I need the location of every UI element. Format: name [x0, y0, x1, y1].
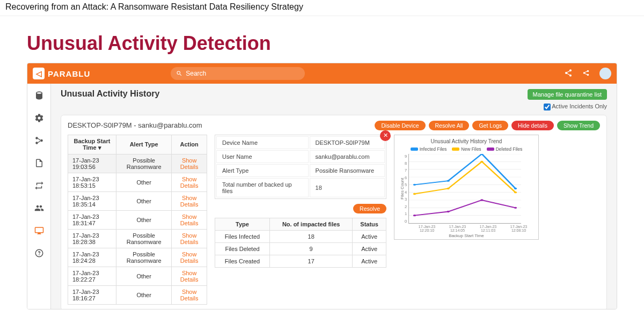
cell-type: Other [116, 267, 172, 285]
chart-plot [408, 154, 521, 224]
kv-key: Total number of backed up files [216, 178, 309, 197]
show-details-link[interactable]: Show Details [180, 195, 199, 208]
svg-point-17 [447, 180, 450, 181]
kv-val: sanku@parablu.com [310, 150, 385, 163]
kv-row: User Namesanku@parablu.com [216, 150, 385, 163]
active-only-toggle[interactable]: Active Incidents Only [544, 103, 607, 109]
gears-icon [34, 113, 44, 123]
cell-impact-type: Files Deleted [215, 242, 270, 255]
cell-time: 17-Jan-23 18:28:38 [68, 229, 116, 248]
close-details-button[interactable]: ✕ [380, 130, 391, 141]
table-row[interactable]: 17-Jan-23 19:03:56Possible RansomwareSho… [68, 154, 207, 173]
chart-yticks: 9876543210 [405, 154, 408, 224]
kv-row: Total number of backed up files18 [216, 178, 385, 197]
disable-device-button[interactable]: Disable Device [375, 121, 425, 130]
share-alt-icon[interactable] [582, 69, 590, 78]
get-logs-button[interactable]: Get Logs [472, 121, 508, 130]
legend-item: New Files [452, 146, 481, 152]
svg-point-21 [447, 187, 450, 189]
cell-impact-count: 17 [270, 255, 353, 267]
col-type[interactable]: Alert Type [116, 135, 172, 154]
resolve-button[interactable]: Resolve [353, 204, 386, 213]
sidebar-item-help[interactable] [32, 247, 47, 260]
cell-impact-type: Files Infected [215, 230, 270, 242]
cell-impact-count: 9 [270, 242, 353, 255]
col-impact-count: No. of impacted files [270, 218, 353, 230]
col-action: Action [172, 135, 207, 154]
svg-point-5 [40, 139, 43, 142]
manage-quarantine-button[interactable]: Manage file quarantine list [528, 89, 607, 100]
details-panel: ✕ Device NameDESKTOP-S0IP79MUser Namesan… [215, 135, 386, 268]
sidebar-item-transfer[interactable] [32, 179, 47, 192]
table-row[interactable]: 17-Jan-23 18:22:27OtherShow Details [68, 267, 207, 285]
search-input[interactable] [186, 70, 299, 77]
svg-point-16 [413, 183, 416, 185]
svg-point-25 [447, 210, 450, 212]
table-row[interactable]: 17-Jan-23 18:35:14OtherShow Details [68, 191, 207, 210]
device-label: DESKTOP-S0IP79M - sanku@parablu.com [68, 121, 202, 129]
show-trend-button[interactable]: Show Trend [557, 121, 600, 130]
cell-time: 17-Jan-23 18:24:28 [68, 248, 116, 267]
chart-title: Unusual Activity History Trend [399, 138, 534, 144]
support-icon [34, 248, 44, 258]
app-body: Unusual Activity History Manage file qua… [27, 84, 617, 309]
trend-chart: Unusual Activity History Trend Infected … [394, 135, 539, 240]
svg-point-27 [514, 207, 517, 208]
main: Unusual Activity History Manage file qua… [51, 84, 617, 309]
sidebar [27, 84, 51, 309]
share-icon[interactable] [564, 69, 573, 79]
svg-point-2 [587, 73, 589, 76]
sidebar-item-settings[interactable] [32, 112, 47, 124]
svg-point-26 [480, 199, 483, 201]
table-row: Files Created17Active [215, 255, 386, 267]
database-icon [34, 91, 44, 100]
table-row[interactable]: 17-Jan-23 18:24:28Possible RansomwareSho… [68, 248, 207, 267]
table-row[interactable]: 17-Jan-23 18:28:38Possible RansomwareSho… [68, 229, 207, 248]
svg-point-20 [413, 193, 416, 194]
table-row: Files Deleted9Active [215, 242, 386, 255]
device-card: DESKTOP-S0IP79M - sanku@parablu.com Disa… [61, 115, 607, 309]
cell-impact-status: Active [353, 255, 386, 267]
show-details-link[interactable]: Show Details [180, 232, 199, 245]
show-details-link[interactable]: Show Details [180, 157, 199, 170]
col-time[interactable]: Backup Start Time ▾ [68, 135, 116, 154]
avatar[interactable] [599, 68, 611, 79]
cell-time: 17-Jan-23 18:22:27 [68, 267, 116, 285]
kv-row: Alert TypePossible Ransomware [216, 164, 385, 177]
show-details-link[interactable]: Show Details [180, 213, 199, 226]
sidebar-item-users[interactable] [32, 202, 47, 215]
impact-table: Type No. of impacted files Status Files … [215, 218, 386, 268]
chart-xticks: 17-Jan-23 12:20:1017-Jan-23 12:14:0517-J… [412, 225, 534, 232]
kv-key: Alert Type [216, 164, 309, 177]
active-only-label: Active Incidents Only [552, 103, 607, 109]
show-details-link[interactable]: Show Details [180, 176, 199, 189]
sidebar-item-storage[interactable] [32, 89, 47, 102]
show-details-link[interactable]: Show Details [180, 289, 199, 301]
resolve-all-button[interactable]: Resolve All [429, 121, 470, 130]
topbar: ◁ PARABLU [27, 63, 617, 84]
sidebar-item-share[interactable] [32, 134, 47, 147]
chart-legend: Infected FilesNew FilesDeleted Files [399, 146, 534, 152]
cell-time: 17-Jan-23 18:31:47 [68, 210, 116, 229]
monitor-icon [34, 226, 44, 235]
chart-ylabel: Files Count [399, 154, 405, 224]
show-details-link[interactable]: Show Details [180, 251, 199, 264]
page-title: Recovering from an Attack: A Ransomware … [0, 0, 644, 16]
share-tree-icon [34, 136, 44, 145]
table-row[interactable]: 17-Jan-23 18:31:47OtherShow Details [68, 210, 207, 229]
col-impact-type: Type [215, 218, 270, 230]
table-row[interactable]: 17-Jan-23 18:16:27OtherShow Details [68, 285, 207, 304]
show-details-link[interactable]: Show Details [180, 270, 199, 283]
panel-title: Unusual Activity History [61, 89, 159, 99]
app-window: ◁ PARABLU [27, 63, 617, 309]
kv-key: User Name [216, 150, 309, 163]
sidebar-item-devices[interactable] [32, 224, 47, 237]
brand[interactable]: ◁ PARABLU [33, 68, 90, 79]
cell-type: Other [116, 173, 172, 191]
table-row[interactable]: 17-Jan-23 18:53:15OtherShow Details [68, 173, 207, 191]
sidebar-item-report[interactable] [32, 157, 47, 169]
cell-impact-type: Files Created [215, 255, 270, 267]
hide-details-button[interactable]: Hide details [511, 121, 554, 130]
active-only-checkbox[interactable] [544, 104, 551, 110]
search-box[interactable] [171, 67, 305, 80]
